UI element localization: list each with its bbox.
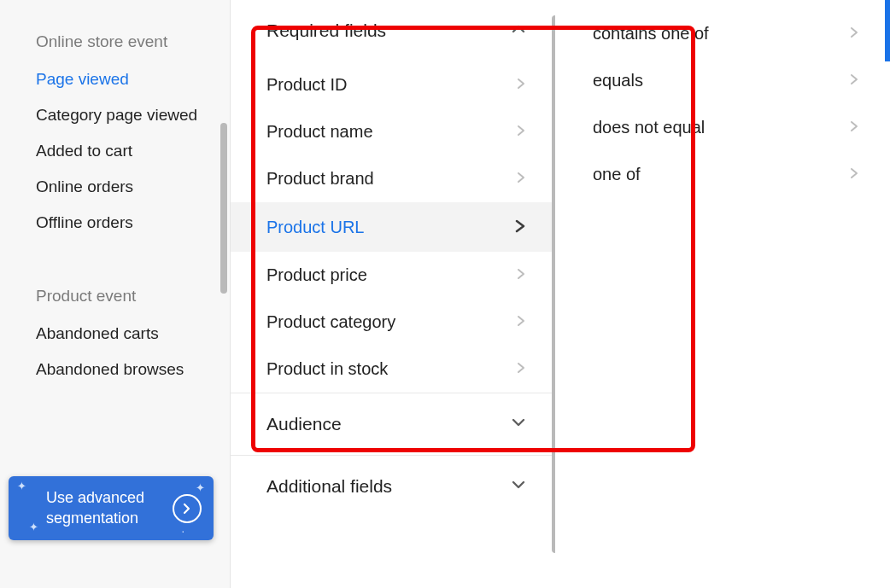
app-frame: Online store event Page viewed Category … xyxy=(0,0,890,588)
advanced-segmentation-label: Use advanced segmentation xyxy=(46,488,167,528)
field-label: Product price xyxy=(266,265,367,285)
circle-arrow-right-icon xyxy=(173,494,202,523)
sidebar-heading-product-event: Product event xyxy=(0,275,231,316)
field-label: Product ID xyxy=(266,75,347,95)
sidebar-item-category-page-viewed[interactable]: Category page viewed xyxy=(0,97,231,133)
chevron-right-icon xyxy=(516,313,526,331)
group-label: Audience xyxy=(266,414,342,434)
sidebar-item-abandoned-carts[interactable]: Abandoned carts xyxy=(0,316,231,352)
operator-one-of[interactable]: one of xyxy=(555,151,890,198)
operator-contains-one-of[interactable]: contains one of xyxy=(555,10,890,57)
field-item-product-name[interactable]: Product name xyxy=(231,108,555,155)
operator-label: equals xyxy=(593,71,643,90)
sidebar-heading-online-store: Online store event xyxy=(0,20,231,61)
field-label: Product URL xyxy=(266,218,365,237)
operator-equals[interactable]: equals xyxy=(555,57,890,104)
chevron-right-icon xyxy=(516,360,526,378)
blue-edge-accent xyxy=(885,0,890,61)
chevron-right-icon xyxy=(849,72,859,90)
chevron-right-icon xyxy=(849,119,859,137)
sparkle-icon: ✦ xyxy=(17,480,26,494)
fields-panel: Required fields Product ID Product name … xyxy=(231,0,555,588)
operator-label: contains one of xyxy=(593,24,709,44)
group-header-additional-fields[interactable]: Additional fields xyxy=(231,455,555,517)
chevron-right-icon xyxy=(849,166,859,183)
chevron-right-icon xyxy=(514,216,526,238)
sidebar-section-online-store: Online store event Page viewed Category … xyxy=(0,20,231,241)
sidebar-item-online-orders[interactable]: Online orders xyxy=(0,169,231,205)
sparkle-icon: ✦ xyxy=(29,521,38,535)
field-item-product-brand[interactable]: Product brand xyxy=(231,155,555,202)
field-item-product-id[interactable]: Product ID xyxy=(231,61,555,108)
field-item-product-in-stock[interactable]: Product in stock xyxy=(231,346,555,393)
field-item-product-category[interactable]: Product category xyxy=(231,299,555,346)
sidebar-item-abandoned-browses[interactable]: Abandoned browses xyxy=(0,352,231,387)
field-label: Product category xyxy=(266,312,395,332)
sidebar-item-added-to-cart[interactable]: Added to cart xyxy=(0,133,231,169)
sidebar-item-page-viewed[interactable]: Page viewed xyxy=(0,61,231,97)
sidebar-section-product-event: Product event Abandoned carts Abandoned … xyxy=(0,275,231,387)
group-label: Additional fields xyxy=(266,476,392,497)
group-label: Required fields xyxy=(266,20,386,41)
sparkle-icon: ✦ xyxy=(196,481,205,496)
chevron-right-icon xyxy=(516,123,526,141)
operator-label: does not equal xyxy=(593,118,705,137)
group-header-required-fields[interactable]: Required fields xyxy=(231,0,555,61)
operators-panel: contains one of equals does not equal on… xyxy=(555,0,890,588)
sidebar-scrollbar[interactable] xyxy=(220,123,227,294)
field-label: Product name xyxy=(266,122,373,142)
field-item-product-url[interactable]: Product URL xyxy=(231,202,555,252)
chevron-right-icon xyxy=(516,76,526,94)
operator-label: one of xyxy=(593,165,641,184)
field-item-product-price[interactable]: Product price xyxy=(231,252,555,299)
chevron-right-icon xyxy=(516,170,526,188)
chevron-right-icon xyxy=(849,25,859,43)
field-label: Product brand xyxy=(266,169,374,189)
group-header-audience[interactable]: Audience xyxy=(231,393,555,455)
chevron-down-icon xyxy=(511,414,526,434)
left-sidebar: Online store event Page viewed Category … xyxy=(0,0,231,588)
field-label: Product in stock xyxy=(266,359,388,379)
advanced-segmentation-button[interactable]: ✦ ✦ ✦ . Use advanced segmentation xyxy=(9,476,214,540)
operator-does-not-equal[interactable]: does not equal xyxy=(555,104,890,151)
chevron-down-icon xyxy=(511,476,526,497)
chevron-up-icon xyxy=(511,20,526,41)
chevron-right-icon xyxy=(516,266,526,284)
sparkle-icon: . xyxy=(181,522,184,537)
sidebar-item-offline-orders[interactable]: Offline orders xyxy=(0,205,231,241)
